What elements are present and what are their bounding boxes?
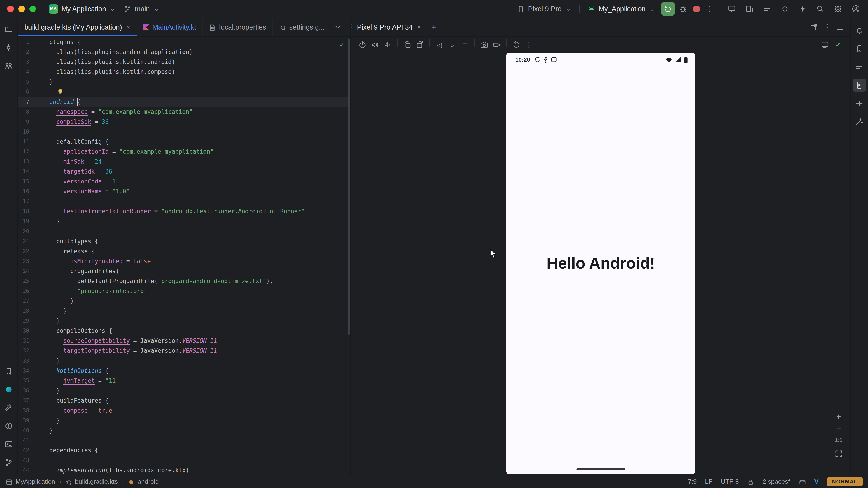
gutter-line-number[interactable]: 16 (18, 186, 29, 196)
power-icon[interactable] (356, 39, 369, 51)
gutter-line-number[interactable]: 2 (18, 47, 29, 57)
code-line[interactable]: sourceCompatibility = JavaVersion.VERSIO… (18, 336, 350, 346)
gutter-line-number[interactable]: 4 (18, 67, 29, 77)
gutter-line-number[interactable]: 32 (18, 346, 29, 356)
gutter-line-number[interactable]: 21 (18, 236, 29, 246)
breadcrumb-file[interactable]: build.gradle.kts (65, 478, 118, 485)
home-icon[interactable]: ○ (446, 39, 458, 51)
readonly-lock-icon[interactable] (747, 478, 754, 485)
code-line[interactable]: compileSdk = 36 (18, 117, 350, 127)
code-line[interactable]: kotlinOptions { (18, 366, 350, 376)
code-line[interactable]: plugins { (18, 37, 350, 47)
gutter-line-number[interactable]: 39 (18, 416, 29, 425)
indent-widget[interactable]: 2 spaces* (763, 478, 791, 485)
vcs-branch-selector[interactable]: main (120, 3, 164, 15)
record-icon[interactable] (491, 39, 503, 51)
tab-mainactivity-kt[interactable]: MainActivity.kt (137, 18, 203, 36)
code-line[interactable]: } (18, 316, 350, 326)
keyboard-icon[interactable] (799, 478, 806, 485)
gutter-line-number[interactable]: 5 (18, 77, 29, 87)
gemini-icon[interactable] (796, 2, 809, 15)
popout-window-icon[interactable] (807, 21, 820, 34)
gutter-line-number[interactable]: 43 (18, 455, 29, 465)
more-actions-button[interactable]: ⋮ (703, 2, 716, 15)
gutter-line-number[interactable]: 6 (18, 87, 29, 97)
editor-scrollbar[interactable] (348, 39, 350, 335)
tab-settings-gradle[interactable]: settings.g... (273, 18, 331, 36)
more-v-icon[interactable]: ⋮ (523, 39, 535, 51)
code-line[interactable]: } (18, 306, 350, 316)
close-tab-icon[interactable]: × (126, 23, 130, 31)
terminal-icon[interactable] (2, 437, 16, 451)
device-selector[interactable]: Pixel 9 Pro (513, 3, 575, 15)
code-line[interactable]: versionCode = 1 (18, 176, 350, 186)
gutter-line-number[interactable]: 18 (18, 206, 29, 216)
gutter-line-number[interactable]: 13 (18, 157, 29, 166)
tab-local-properties[interactable]: local.properties (203, 18, 273, 36)
gutter-line-number[interactable]: 33 (18, 356, 29, 366)
code-line[interactable]: minSdk = 24 (18, 157, 350, 166)
gutter-line-number[interactable]: 42 (18, 445, 29, 455)
rotate-left-icon[interactable] (401, 39, 413, 51)
gutter-line-number[interactable]: 24 (18, 266, 29, 276)
gesture-navigation-bar[interactable] (577, 468, 625, 470)
code-line[interactable]: dependencies { (18, 445, 350, 455)
snapshots-icon[interactable] (510, 39, 522, 51)
minimize-window-button[interactable] (18, 6, 25, 12)
code-line[interactable]: } (18, 356, 350, 366)
gutter-line-number[interactable]: 3 (18, 57, 29, 67)
screenshot-icon[interactable] (478, 39, 490, 51)
code-line[interactable]: android { (18, 97, 350, 107)
display-mode-icon[interactable] (818, 38, 832, 52)
hidden-tabs-button[interactable] (331, 21, 344, 34)
zoom-in-button[interactable]: + (836, 413, 841, 421)
gutter-line-number[interactable]: 34 (18, 366, 29, 376)
code-line[interactable]: buildTypes { (18, 236, 350, 246)
code-line[interactable]: defaultConfig { (18, 137, 350, 147)
code-line[interactable]: } (18, 386, 350, 396)
app-insights-icon[interactable] (2, 383, 16, 396)
gutter-line-number[interactable]: 38 (18, 405, 29, 416)
add-device-tab-button[interactable]: + (427, 21, 440, 34)
fullscreen-window-button[interactable] (29, 6, 36, 12)
code-line[interactable]: proguardFiles( (18, 266, 350, 276)
code-line[interactable]: targetCompatibility = JavaVersion.VERSIO… (18, 346, 350, 356)
code-line[interactable]: jvmTarget = "11" (18, 376, 350, 386)
project-icon[interactable] (2, 23, 16, 36)
device-explorer-icon[interactable] (743, 2, 756, 15)
gutter-line-number[interactable]: 41 (18, 435, 29, 445)
gutter-line-number[interactable]: 7 (18, 97, 29, 107)
zoom-to-fit-button[interactable] (832, 447, 845, 460)
logcat-icon[interactable] (761, 2, 774, 15)
app-inspection-icon[interactable] (778, 2, 792, 15)
intention-bulb-icon[interactable] (57, 88, 64, 96)
search-icon[interactable] (814, 2, 827, 15)
logcat-icon[interactable] (852, 60, 866, 74)
code-line[interactable]: "proguard-rules.pro" (18, 286, 350, 296)
profile-icon[interactable] (849, 2, 863, 15)
close-tab-icon[interactable]: × (417, 23, 421, 31)
bookmarks-icon[interactable] (2, 365, 16, 378)
overview-icon[interactable]: □ (459, 39, 471, 51)
gutter-line-number[interactable]: 27 (18, 296, 29, 306)
back-icon[interactable]: ◁ (433, 39, 445, 51)
code-line[interactable]: implementation(libs.androidx.core.ktx) (18, 465, 350, 475)
gemini-icon[interactable] (852, 97, 866, 110)
gutter-line-number[interactable]: 12 (18, 147, 29, 157)
rotate-right-icon[interactable] (414, 39, 426, 51)
code-line[interactable] (18, 226, 350, 236)
gutter-line-number[interactable]: 22 (18, 246, 29, 256)
hide-panel-icon[interactable] (834, 21, 847, 34)
inspection-ok-icon[interactable]: ✓ (340, 40, 344, 50)
code-line[interactable]: applicationId = "com.example.myapplicati… (18, 147, 350, 157)
rerun-button[interactable] (661, 2, 675, 16)
panel-options-button[interactable]: ⋮ (820, 21, 834, 34)
code-line[interactable] (18, 435, 350, 445)
code-line[interactable]: buildFeatures { (18, 396, 350, 405)
encoding-widget[interactable]: UTF-8 (721, 478, 739, 485)
gutter-line-number[interactable]: 15 (18, 176, 29, 186)
gutter-line-number[interactable]: 14 (18, 166, 29, 176)
code-line[interactable] (18, 87, 350, 97)
tab-build-gradle-kts[interactable]: build.gradle.kts (My Application) × (18, 18, 137, 36)
code-line[interactable]: alias(libs.plugins.kotlin.compose) (18, 67, 350, 77)
